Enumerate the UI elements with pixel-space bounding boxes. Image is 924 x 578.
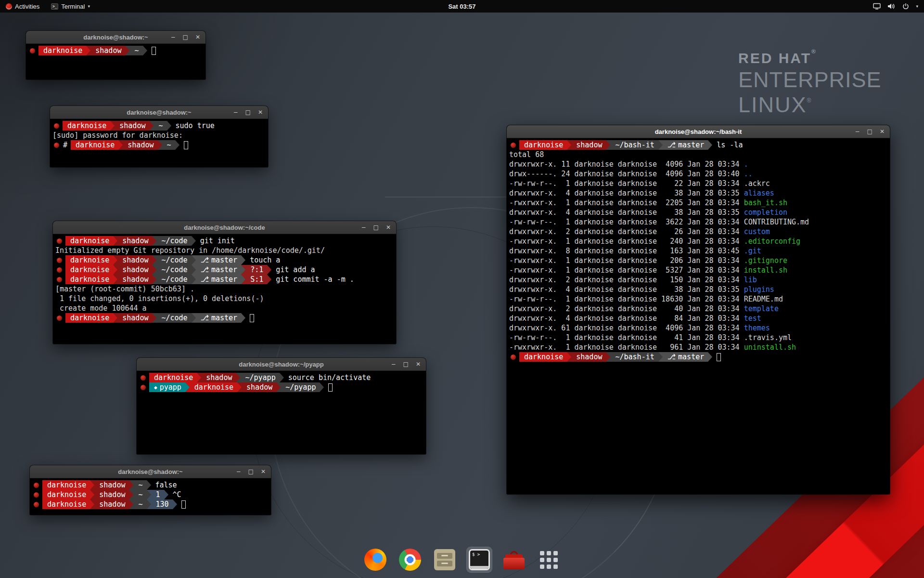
dock-item-files[interactable] xyxy=(432,547,457,572)
output-text: drwxrwxr-x. 4 darknoise darknoise 84 Jan… xyxy=(509,314,744,323)
system-status-area[interactable]: ▾ xyxy=(867,0,924,13)
dock-item-app-grid[interactable] xyxy=(536,547,561,572)
clock[interactable]: Sat 03:57 xyxy=(448,3,475,10)
powerline-arrow xyxy=(113,275,117,284)
terminal-content[interactable]: darknoiseshadow~/pyappsource bin/activat… xyxy=(137,371,426,394)
prompt-segment-path: ~/bash-it xyxy=(610,352,658,362)
window-titlebar[interactable]: darknoise@shadow:~−□✕ xyxy=(30,465,271,478)
filename-dir: lib xyxy=(744,276,757,284)
terminal-window[interactable]: darknoise@shadow:~/code−□✕darknoiseshado… xyxy=(53,221,396,344)
terminal-window[interactable]: darknoise@shadow:~−□✕darknoiseshadow~sud… xyxy=(50,106,268,167)
prompt-segment-git: ⎇master xyxy=(196,275,241,284)
close-button[interactable]: ✕ xyxy=(386,221,391,234)
prompt-line: ◆pyappdarknoiseshadow~/pyapp xyxy=(139,382,424,392)
command-text: touch a xyxy=(250,256,280,264)
prompt-segment-path: ~/pyapp xyxy=(281,382,320,392)
powerline-arrow xyxy=(192,275,196,284)
branding-redhat: RED HAT® xyxy=(738,48,882,66)
terminal-content[interactable]: darknoiseshadow~ xyxy=(26,44,205,57)
maximize-button[interactable]: □ xyxy=(248,465,254,478)
prompt-segment-host: shadow xyxy=(94,480,129,490)
minimize-button[interactable]: − xyxy=(171,31,176,44)
app-grid-icon xyxy=(540,551,558,569)
output-text: -rw-rw-r--. 1 darknoise darknoise 22 Jan… xyxy=(509,179,744,188)
prompt-segment-user: darknoise xyxy=(519,140,567,150)
close-button[interactable]: ✕ xyxy=(195,31,200,44)
command-text: sudo true xyxy=(176,121,215,130)
terminal-window[interactable]: darknoise@shadow:~/bash-it−□✕darknoisesh… xyxy=(507,125,890,494)
powerline-arrow xyxy=(280,373,284,382)
powerline-arrow xyxy=(147,480,151,490)
prompt-line: darknoiseshadow~/bash-it⎇master xyxy=(509,352,887,362)
maximize-button[interactable]: □ xyxy=(245,106,251,119)
output-text: -rwxrwxr-x. 1 darknoise darknoise 2205 J… xyxy=(509,198,744,207)
terminal-window[interactable]: darknoise@shadow:~−□✕darknoiseshadow~fal… xyxy=(30,465,271,515)
minimize-button[interactable]: − xyxy=(855,125,860,138)
powerline-arrow xyxy=(197,373,201,382)
maximize-button[interactable]: □ xyxy=(403,358,409,371)
terminal-content[interactable]: darknoiseshadow~/codegit initInitialized… xyxy=(53,234,396,325)
window-titlebar[interactable]: darknoise@shadow:~−□✕ xyxy=(26,31,205,44)
prompt-segment-path: ~/pyapp xyxy=(240,373,279,382)
output-line: Initialized empty Git repository in /hom… xyxy=(55,246,394,255)
powerline-arrow xyxy=(129,480,133,490)
output-line: -rwxrwxr-x. 1 darknoise darknoise 206 Ja… xyxy=(509,256,887,265)
prompt-segment-git: ⎇master xyxy=(663,352,708,362)
minimize-button[interactable]: − xyxy=(233,106,238,119)
close-button[interactable]: ✕ xyxy=(258,106,263,119)
rhel-branding: RED HAT® ENTERPRISE LINUX® xyxy=(738,48,882,118)
prompt-segment-user: darknoise xyxy=(42,490,90,499)
prompt-line: #darknoiseshadow~ xyxy=(52,140,266,150)
minimize-button[interactable]: − xyxy=(391,358,396,371)
window-titlebar[interactable]: darknoise@shadow:~/bash-it−□✕ xyxy=(507,125,890,138)
powerline-arrow xyxy=(173,499,177,509)
app-menu-terminal[interactable]: >_ Terminal ▾ xyxy=(45,0,96,13)
dock-item-chrome[interactable] xyxy=(398,547,423,572)
powerline-arrow xyxy=(152,275,156,284)
window-titlebar[interactable]: darknoise@shadow:~/pyapp−□✕ xyxy=(137,358,426,371)
git-branch-icon: ⎇ xyxy=(201,275,209,284)
activities-button[interactable]: Activities xyxy=(0,0,45,13)
powerline-arrow xyxy=(129,499,133,509)
grid-dot xyxy=(540,551,544,555)
prompt-segment-host: shadow xyxy=(571,352,606,362)
prompt-segment-stat: ?:1 xyxy=(245,265,267,275)
terminal-window[interactable]: darknoise@shadow:~−□✕darknoiseshadow~ xyxy=(26,31,205,79)
dock-item-terminal[interactable]: $ > xyxy=(467,547,492,572)
prompt-line: darknoiseshadow~sudo true xyxy=(52,121,266,131)
maximize-button[interactable]: □ xyxy=(183,31,188,44)
window-buttons: −□✕ xyxy=(236,465,271,478)
minimize-button[interactable]: − xyxy=(236,465,241,478)
terminal-content[interactable]: darknoiseshadow~falsedarknoiseshadow~1^C… xyxy=(30,478,271,511)
prompt-glyph: $ > xyxy=(472,552,480,557)
prompt-segment-path: ~ xyxy=(129,46,142,55)
grid-dot xyxy=(547,551,551,555)
dock-item-firefox[interactable] xyxy=(363,547,388,572)
close-button[interactable]: ✕ xyxy=(880,125,885,138)
window-titlebar[interactable]: darknoise@shadow:~−□✕ xyxy=(50,106,268,119)
output-line: 1 file changed, 0 insertions(+), 0 delet… xyxy=(55,294,394,303)
output-text: drwxrwxr-x. 2 darknoise darknoise 40 Jan… xyxy=(509,304,744,313)
window-title: darknoise@shadow:~/pyapp xyxy=(137,361,426,368)
firefox-icon xyxy=(364,549,386,571)
powerline-arrow xyxy=(567,352,571,362)
output-text: -rwxrwxr-x. 1 darknoise darknoise 206 Ja… xyxy=(509,256,744,265)
maximize-button[interactable]: □ xyxy=(867,125,873,138)
prompt-segment-user: darknoise xyxy=(65,313,113,323)
filename-dir: template xyxy=(744,304,779,313)
close-button[interactable]: ✕ xyxy=(416,358,421,371)
output-line: drwxrwxr-x. 4 darknoise darknoise 38 Jan… xyxy=(509,188,887,198)
close-button[interactable]: ✕ xyxy=(261,465,266,478)
terminal-content[interactable]: darknoiseshadow~/bash-it⎇masterls -latot… xyxy=(507,138,890,364)
output-line: drwx------. 24 darknoise darknoise 4096 … xyxy=(509,169,887,179)
files-icon xyxy=(434,549,455,570)
dock-item-toolbox[interactable] xyxy=(501,547,526,572)
prompt-segment-git: ⎇master xyxy=(663,140,708,150)
grid-dot xyxy=(553,565,558,569)
window-titlebar[interactable]: darknoise@shadow:~/code−□✕ xyxy=(53,221,396,234)
minimize-button[interactable]: − xyxy=(361,221,366,234)
terminal-content[interactable]: darknoiseshadow~sudo true[sudo] password… xyxy=(50,119,268,152)
maximize-button[interactable]: □ xyxy=(373,221,379,234)
terminal-window[interactable]: darknoise@shadow:~/pyapp−□✕darknoiseshad… xyxy=(137,358,426,454)
registered-mark: ® xyxy=(811,48,817,55)
